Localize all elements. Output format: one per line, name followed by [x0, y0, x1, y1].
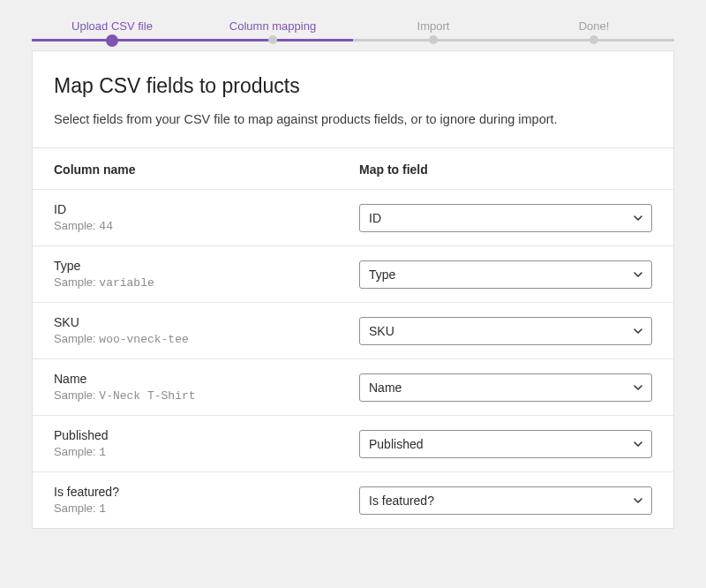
progress-fill [32, 39, 353, 41]
progress-stepper: Upload CSV file Column mapping Import Do… [0, 0, 706, 50]
mapping-table-header: Column name Map to field [33, 147, 673, 189]
column-map-header: Map to field [359, 162, 652, 177]
column-sample-label: Sample: variable [54, 275, 359, 290]
step-label: Upload CSV file [71, 19, 153, 33]
column-name-label: Name [54, 372, 359, 386]
row-column-info: TypeSample: variable [54, 259, 359, 290]
chevron-down-icon [633, 269, 643, 280]
progress-dot-1 [106, 34, 118, 47]
row-field-select-container: Is featured? [359, 486, 652, 515]
progress-track [32, 39, 674, 41]
row-field-select-container: ID [359, 204, 652, 232]
progress-dot-2 [268, 35, 277, 44]
select-value: Type [369, 268, 395, 282]
sample-prefix: Sample: [54, 275, 96, 289]
page-title: Map CSV fields to products [54, 74, 652, 98]
chevron-down-icon [633, 439, 643, 449]
column-sample-label: Sample: woo-vneck-tee [54, 332, 359, 346]
map-to-field-select[interactable]: Name [359, 373, 652, 402]
table-row: PublishedSample: 1Published [33, 415, 673, 471]
progress-dot-3 [429, 35, 438, 44]
table-row: NameSample: V-Neck T-ShirtName [33, 358, 673, 415]
select-value: SKU [369, 324, 394, 338]
column-name-header: Column name [54, 162, 359, 177]
row-column-info: NameSample: V-Neck T-Shirt [54, 372, 359, 403]
step-label: Column mapping [229, 19, 316, 33]
column-sample-label: Sample: 1 [54, 445, 359, 459]
select-value: Is featured? [369, 494, 434, 508]
map-to-field-select[interactable]: SKU [359, 317, 652, 345]
row-column-info: PublishedSample: 1 [54, 428, 359, 459]
sample-prefix: Sample: [54, 501, 96, 515]
sample-prefix: Sample: [54, 388, 96, 402]
select-value: Name [369, 381, 402, 395]
sample-prefix: Sample: [54, 219, 96, 232]
table-row: SKUSample: woo-vneck-teeSKU [33, 302, 673, 358]
row-column-info: Is featured?Sample: 1 [54, 485, 359, 516]
sample-value: V-Neck T-Shirt [99, 389, 195, 403]
row-column-info: SKUSample: woo-vneck-tee [54, 315, 359, 346]
chevron-down-icon [633, 382, 643, 393]
sample-value: 44 [99, 220, 113, 233]
chevron-down-icon [633, 495, 643, 506]
step-upload-csv[interactable]: Upload CSV file [32, 19, 192, 33]
step-label: Done! [579, 19, 610, 33]
table-row: Is featured?Sample: 1Is featured? [33, 471, 673, 528]
column-name-label: Published [54, 428, 359, 442]
step-done: Done! [514, 19, 674, 33]
select-value: ID [369, 211, 381, 225]
column-name-label: Is featured? [54, 485, 359, 499]
step-column-mapping[interactable]: Column mapping [192, 19, 353, 33]
column-name-label: ID [54, 202, 359, 216]
map-to-field-select[interactable]: Type [359, 260, 652, 289]
mapping-card: Map CSV fields to products Select fields… [32, 50, 674, 529]
page-description: Select fields from your CSV file to map … [54, 112, 652, 126]
chevron-down-icon [633, 326, 643, 336]
column-name-label: Type [54, 259, 359, 273]
table-row: TypeSample: variableType [33, 245, 673, 302]
column-sample-label: Sample: V-Neck T-Shirt [54, 388, 359, 403]
row-field-select-container: Published [359, 430, 652, 458]
column-sample-label: Sample: 1 [54, 501, 359, 516]
step-label: Import [417, 19, 450, 33]
chevron-down-icon [633, 213, 643, 223]
sample-value: 1 [99, 446, 106, 459]
row-column-info: IDSample: 44 [54, 202, 359, 233]
row-field-select-container: Type [359, 260, 652, 289]
column-name-label: SKU [54, 315, 359, 329]
sample-value: woo-vneck-tee [99, 333, 188, 346]
column-sample-label: Sample: 44 [54, 219, 359, 233]
step-import: Import [353, 19, 514, 33]
card-header: Map CSV fields to products Select fields… [33, 51, 673, 147]
map-to-field-select[interactable]: ID [359, 204, 652, 232]
map-to-field-select[interactable]: Published [359, 430, 652, 458]
select-value: Published [369, 437, 424, 451]
sample-prefix: Sample: [54, 332, 96, 345]
map-to-field-select[interactable]: Is featured? [359, 486, 652, 515]
progress-dot-4 [590, 35, 598, 44]
sample-value: 1 [99, 502, 106, 516]
row-field-select-container: Name [359, 373, 652, 402]
row-field-select-container: SKU [359, 317, 652, 345]
table-row: IDSample: 44ID [33, 189, 673, 245]
sample-value: variable [99, 276, 154, 290]
sample-prefix: Sample: [54, 445, 96, 458]
